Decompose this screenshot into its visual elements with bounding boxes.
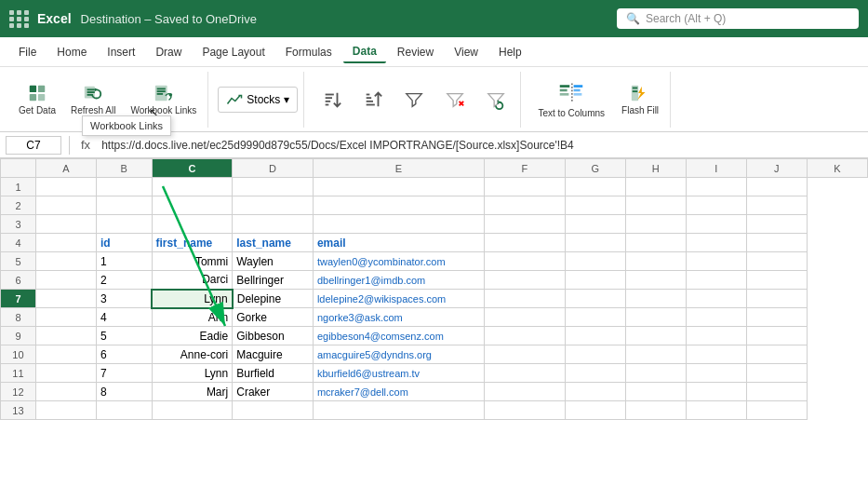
refresh-all-button[interactable]: Refresh All	[65, 79, 121, 119]
cell[interactable]	[625, 252, 686, 271]
row-number-10[interactable]: 10	[1, 345, 36, 364]
cell[interactable]: 5	[96, 327, 152, 345]
cell[interactable]	[485, 401, 566, 420]
cell[interactable]	[746, 308, 807, 327]
cell[interactable]	[96, 401, 152, 420]
row-number-5[interactable]: 5	[1, 252, 36, 271]
menu-formulas[interactable]: Formulas	[276, 42, 341, 62]
cell[interactable]	[35, 178, 96, 196]
cell[interactable]: first_name	[152, 234, 233, 252]
cell[interactable]	[152, 215, 233, 234]
cell[interactable]: id	[96, 234, 152, 252]
cell[interactable]	[686, 364, 746, 383]
cell[interactable]: Macguire	[233, 345, 314, 364]
cell[interactable]: Waylen	[233, 252, 314, 271]
text-to-columns-button[interactable]: Text to Columns	[530, 76, 612, 122]
cell[interactable]	[746, 290, 807, 308]
cell[interactable]	[485, 271, 566, 290]
workbook-links-button[interactable]: Workbook Links ↖	[125, 79, 202, 119]
cell[interactable]	[746, 364, 807, 383]
cell[interactable]: Darci	[152, 271, 233, 290]
cell[interactable]: Lynn	[152, 290, 233, 308]
cell[interactable]: Craker	[233, 383, 314, 401]
cell[interactable]	[152, 196, 233, 215]
cell[interactable]	[313, 196, 484, 215]
menu-page-layout[interactable]: Page Layout	[193, 42, 274, 62]
cell[interactable]: last_name	[233, 234, 314, 252]
sort-desc-button[interactable]	[354, 86, 392, 114]
cell[interactable]	[565, 383, 625, 401]
cell[interactable]	[485, 364, 566, 383]
cell[interactable]: 1	[96, 252, 152, 271]
cell[interactable]	[485, 327, 566, 345]
menu-data[interactable]: Data	[343, 41, 386, 63]
cell[interactable]	[686, 252, 746, 271]
row-number-2[interactable]: 2	[1, 196, 36, 215]
cell[interactable]	[565, 364, 625, 383]
cell[interactable]	[35, 252, 96, 271]
cell[interactable]: amacguire5@dyndns.org	[313, 345, 484, 364]
cell[interactable]	[485, 196, 566, 215]
stocks-button[interactable]: Stocks ▾	[218, 87, 298, 113]
cell[interactable]	[565, 234, 625, 252]
cell-reference-input[interactable]	[6, 136, 61, 155]
menu-file[interactable]: File	[9, 42, 46, 62]
cell[interactable]	[35, 401, 96, 420]
cell[interactable]: Marj	[152, 383, 233, 401]
cell[interactable]	[152, 178, 233, 196]
cell[interactable]	[565, 215, 625, 234]
cell[interactable]	[686, 215, 746, 234]
cell[interactable]	[96, 178, 152, 196]
row-number-1[interactable]: 1	[1, 178, 36, 196]
cell[interactable]	[746, 196, 807, 215]
cell[interactable]	[686, 345, 746, 364]
cell[interactable]	[686, 383, 746, 401]
cell[interactable]	[565, 196, 625, 215]
cell[interactable]	[625, 345, 686, 364]
menu-home[interactable]: Home	[47, 42, 96, 62]
col-header-k[interactable]: K	[807, 159, 867, 178]
cell[interactable]: twaylen0@ycombinator.com	[313, 252, 484, 271]
cell[interactable]: Anne-cori	[152, 345, 233, 364]
row-number-9[interactable]: 9	[1, 327, 36, 345]
cell[interactable]	[625, 196, 686, 215]
cell[interactable]	[96, 196, 152, 215]
get-data-button[interactable]: Get Data	[13, 79, 61, 119]
cell[interactable]	[686, 271, 746, 290]
cell[interactable]	[233, 215, 314, 234]
col-header-b[interactable]: B	[96, 159, 152, 178]
menu-review[interactable]: Review	[388, 42, 443, 62]
cell[interactable]	[746, 383, 807, 401]
cell[interactable]	[746, 252, 807, 271]
cell[interactable]	[565, 401, 625, 420]
row-number-3[interactable]: 3	[1, 215, 36, 234]
cell[interactable]: Tommi	[152, 252, 233, 271]
col-header-g[interactable]: G	[565, 159, 625, 178]
cell[interactable]	[565, 345, 625, 364]
cell[interactable]	[313, 215, 484, 234]
cell[interactable]: Delepine	[233, 290, 314, 308]
cell[interactable]	[625, 308, 686, 327]
cell[interactable]	[35, 196, 96, 215]
cell[interactable]	[485, 383, 566, 401]
cell[interactable]: email	[313, 234, 484, 252]
cell[interactable]: 3	[96, 290, 152, 308]
cell[interactable]	[485, 308, 566, 327]
menu-draw[interactable]: Draw	[146, 42, 191, 62]
cell[interactable]	[565, 252, 625, 271]
col-header-d[interactable]: D	[233, 159, 314, 178]
cell[interactable]	[313, 178, 484, 196]
cell[interactable]	[485, 215, 566, 234]
cell[interactable]: 7	[96, 364, 152, 383]
cell[interactable]: kburfield6@ustream.tv	[313, 364, 484, 383]
filter-button[interactable]	[395, 86, 433, 114]
row-number-13[interactable]: 13	[1, 401, 36, 420]
cell[interactable]	[686, 308, 746, 327]
row-number-11[interactable]: 11	[1, 364, 36, 383]
cell[interactable]: mcraker7@dell.com	[313, 383, 484, 401]
reapply-filter-button[interactable]	[477, 86, 514, 114]
cell[interactable]: Bellringer	[233, 271, 314, 290]
cell[interactable]	[686, 178, 746, 196]
cell[interactable]	[35, 215, 96, 234]
cell[interactable]	[746, 271, 807, 290]
